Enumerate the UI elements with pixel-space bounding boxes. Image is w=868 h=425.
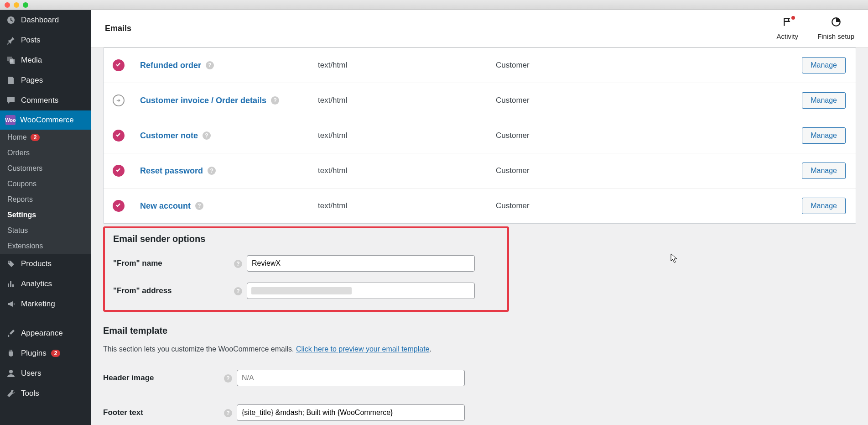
table-row: Reset password? text/html Customer Manag… <box>104 153 856 189</box>
sidebar-sub-label-orders: Orders <box>7 149 30 157</box>
close-window-icon[interactable] <box>5 2 10 8</box>
sidebar-item-comments[interactable]: Comments <box>0 90 91 110</box>
email-name-text: Customer note <box>140 131 198 141</box>
email-name-link[interactable]: New account? <box>140 201 318 211</box>
progress-circle-icon <box>831 17 841 30</box>
preview-template-link[interactable]: Click here to preview your email templat… <box>296 345 430 353</box>
help-icon[interactable]: ? <box>271 96 279 105</box>
help-icon[interactable]: ? <box>224 374 232 383</box>
sidebar-sub-orders[interactable]: Orders <box>0 145 91 161</box>
recipient: Customer <box>496 201 738 210</box>
recipient: Customer <box>496 61 738 70</box>
footer-text-input[interactable] <box>237 404 465 421</box>
help-icon[interactable]: ? <box>203 131 211 140</box>
sidebar-item-dashboard[interactable]: Dashboard <box>0 10 91 30</box>
sidebar-label-pages: Pages <box>21 76 43 85</box>
main-content: Emails Activity Finish setup <box>91 10 868 425</box>
sidebar-label-tools: Tools <box>21 389 39 398</box>
email-sender-highlighted-section: Email sender options "From" name ? "From… <box>103 226 509 312</box>
from-name-input[interactable] <box>247 255 475 272</box>
sidebar-item-products[interactable]: Products <box>0 254 91 274</box>
email-name-link[interactable]: Reset password? <box>140 166 318 176</box>
sidebar-item-marketing[interactable]: Marketing <box>0 294 91 314</box>
redacted-content <box>251 287 352 294</box>
sidebar-item-analytics[interactable]: Analytics <box>0 274 91 294</box>
help-icon[interactable]: ? <box>234 287 242 295</box>
page-icon <box>5 75 16 86</box>
wrench-icon <box>5 388 16 399</box>
sidebar-item-media[interactable]: Media <box>0 50 91 70</box>
comment-icon <box>5 95 16 106</box>
sidebar-sub-extensions[interactable]: Extensions <box>0 238 91 254</box>
email-name-link[interactable]: Customer invoice / Order details? <box>140 96 318 105</box>
help-icon[interactable]: ? <box>195 202 203 210</box>
sidebar-item-plugins[interactable]: Plugins 2 <box>0 343 91 363</box>
user-icon <box>5 368 16 379</box>
manage-button[interactable]: Manage <box>802 127 846 144</box>
activity-label: Activity <box>777 32 799 40</box>
page-title: Emails <box>105 24 131 33</box>
home-badge: 2 <box>31 134 40 141</box>
template-desc-text: This section lets you customize the WooC… <box>103 345 296 353</box>
megaphone-icon <box>5 299 16 310</box>
plugins-badge: 2 <box>51 350 61 357</box>
help-icon[interactable]: ? <box>234 260 242 268</box>
manage-button[interactable]: Manage <box>802 92 846 109</box>
sidebar-label-marketing: Marketing <box>21 299 55 309</box>
sidebar-sub-home[interactable]: Home 2 <box>0 130 91 145</box>
content-type: text/html <box>318 166 496 175</box>
status-manual-icon <box>113 94 125 106</box>
sidebar-label-posts: Posts <box>21 36 41 45</box>
sidebar-sub-label-customers: Customers <box>7 164 42 173</box>
manage-button[interactable]: Manage <box>802 198 846 214</box>
sidebar-item-appearance[interactable]: Appearance <box>0 323 91 343</box>
woocommerce-icon: Woo <box>5 115 16 125</box>
plug-icon <box>5 348 16 359</box>
manage-button[interactable]: Manage <box>802 57 846 73</box>
sidebar-item-woocommerce[interactable]: Woo WooCommerce <box>0 110 91 130</box>
header-image-input[interactable] <box>237 370 465 386</box>
sidebar-submenu-woocommerce: Home 2 Orders Customers Coupons Reports … <box>0 130 91 254</box>
manage-button[interactable]: Manage <box>802 163 846 179</box>
content-type: text/html <box>318 201 496 210</box>
sidebar-label-woocommerce: WooCommerce <box>20 115 74 125</box>
sidebar-sub-label-settings: Settings <box>7 211 36 219</box>
analytics-icon <box>5 278 16 289</box>
sidebar-item-tools[interactable]: Tools <box>0 383 91 404</box>
sidebar-sub-settings[interactable]: Settings <box>0 207 91 223</box>
pin-icon <box>5 35 16 46</box>
sidebar-label-media: Media <box>21 56 42 65</box>
table-row: New account? text/html Customer Manage <box>104 189 856 223</box>
sidebar-label-comments: Comments <box>21 96 58 105</box>
sidebar-sub-status[interactable]: Status <box>0 223 91 238</box>
recipient: Customer <box>496 131 738 140</box>
flag-icon <box>782 17 792 30</box>
sidebar-sub-coupons[interactable]: Coupons <box>0 176 91 192</box>
email-name-link[interactable]: Customer note? <box>140 131 318 141</box>
email-name-text: Reset password <box>140 166 203 176</box>
help-icon[interactable]: ? <box>208 167 216 175</box>
minimize-window-icon[interactable] <box>14 2 19 8</box>
sidebar-item-users[interactable]: Users <box>0 363 91 383</box>
activity-button[interactable]: Activity <box>777 17 799 40</box>
sidebar-sub-label-reports: Reports <box>7 195 33 204</box>
sidebar-sub-customers[interactable]: Customers <box>0 161 91 176</box>
email-name-text: Customer invoice / Order details <box>140 96 266 105</box>
sender-section-title: Email sender options <box>113 234 499 244</box>
sidebar-label-appearance: Appearance <box>21 329 63 338</box>
window-chrome <box>0 0 868 10</box>
email-name-link[interactable]: Refunded order? <box>140 61 318 70</box>
email-name-text: Refunded order <box>140 61 201 70</box>
email-name-text: New account <box>140 201 191 211</box>
help-icon[interactable]: ? <box>206 61 214 69</box>
sidebar-item-posts[interactable]: Posts <box>0 30 91 50</box>
topbar: Emails Activity Finish setup <box>91 10 868 47</box>
finish-setup-button[interactable]: Finish setup <box>817 17 854 40</box>
svg-point-1 <box>9 370 13 373</box>
sidebar-sub-reports[interactable]: Reports <box>0 192 91 207</box>
notification-dot-icon <box>791 16 795 20</box>
sidebar-item-pages[interactable]: Pages <box>0 70 91 90</box>
status-enabled-icon <box>113 165 125 177</box>
maximize-window-icon[interactable] <box>23 2 28 8</box>
help-icon[interactable]: ? <box>224 409 232 417</box>
